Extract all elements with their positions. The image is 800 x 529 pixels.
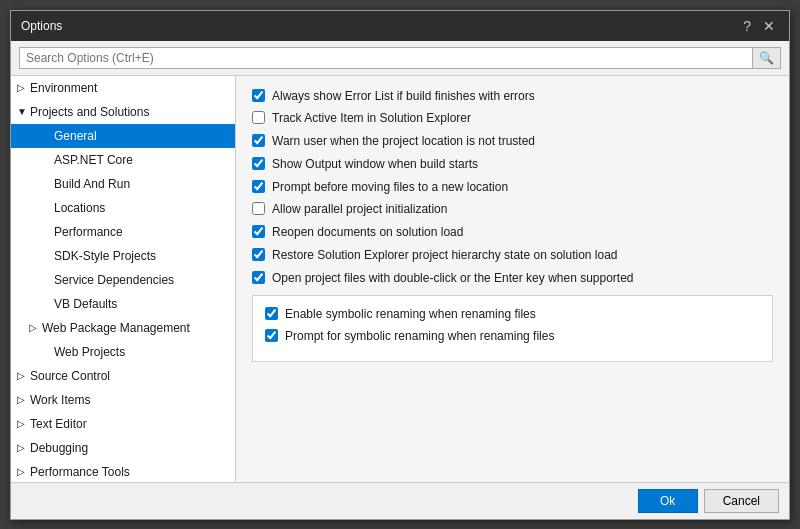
checkbox-enable-symbolic-renaming[interactable] [265,307,278,320]
checkbox-warn-untrusted[interactable] [252,134,265,147]
option-row-track-active-item: Track Active Item in Solution Explorer [252,110,773,127]
checkbox-prompt-symbolic-renaming[interactable] [265,329,278,342]
option-label-allow-parallel: Allow parallel project initialization [272,201,447,218]
sidebar-label-performance: Performance [54,223,123,241]
option-label-show-output-window: Show Output window when build starts [272,156,478,173]
sidebar-label-debugging: Debugging [30,439,88,457]
option-row-allow-parallel: Allow parallel project initialization [252,201,773,218]
sidebar-label-projects-and-solutions: Projects and Solutions [30,103,149,121]
symbolic-section: Enable symbolic renaming when renaming f… [252,295,773,363]
sidebar-label-vb-defaults: VB Defaults [54,295,117,313]
dialog-footer: Ok Cancel [11,482,789,519]
checkbox-always-show-error-list[interactable] [252,89,265,102]
sidebar-item-build-and-run[interactable]: Build And Run [11,172,235,196]
search-bar: 🔍 [11,41,789,76]
sidebar-item-projects-and-solutions[interactable]: ▼Projects and Solutions [11,100,235,124]
option-row-show-output-window: Show Output window when build starts [252,156,773,173]
sidebar-item-aspnet-core[interactable]: ASP.NET Core [11,148,235,172]
title-controls: ? ✕ [739,19,779,33]
option-label-enable-symbolic-renaming: Enable symbolic renaming when renaming f… [285,306,536,323]
option-row-prompt-moving-files: Prompt before moving files to a new loca… [252,179,773,196]
checkbox-track-active-item[interactable] [252,111,265,124]
search-button[interactable]: 🔍 [753,47,781,69]
options-dialog: Options ? ✕ 🔍 ▷Environment▼Projects and … [10,10,790,520]
sidebar-label-build-and-run: Build And Run [54,175,130,193]
ok-button[interactable]: Ok [638,489,698,513]
option-row-restore-solution-explorer: Restore Solution Explorer project hierar… [252,247,773,264]
option-label-reopen-documents: Reopen documents on solution load [272,224,463,241]
option-label-always-show-error-list: Always show Error List if build finishes… [272,88,535,105]
sidebar-label-source-control: Source Control [30,367,110,385]
sidebar-item-work-items[interactable]: ▷Work Items [11,388,235,412]
sidebar-item-environment[interactable]: ▷Environment [11,76,235,100]
option-row-open-project-files: Open project files with double-click or … [252,270,773,287]
checkbox-restore-solution-explorer[interactable] [252,248,265,261]
tree-arrow-source-control: ▷ [17,368,27,383]
sidebar-label-locations: Locations [54,199,105,217]
sidebar-item-source-control[interactable]: ▷Source Control [11,364,235,388]
sidebar-label-text-editor: Text Editor [30,415,87,433]
checkbox-show-output-window[interactable] [252,157,265,170]
main-panel: Always show Error List if build finishes… [236,76,789,482]
sidebar-item-performance[interactable]: Performance [11,220,235,244]
sidebar-label-web-projects: Web Projects [54,343,125,361]
search-input[interactable] [19,47,753,69]
sidebar-label-web-package-management: Web Package Management [42,319,190,337]
sidebar-label-general: General [54,127,97,145]
tree-arrow-projects-and-solutions: ▼ [17,104,27,119]
checkbox-open-project-files[interactable] [252,271,265,284]
sidebar-item-web-projects[interactable]: Web Projects [11,340,235,364]
option-label-prompt-symbolic-renaming: Prompt for symbolic renaming when renami… [285,328,554,345]
option-row-reopen-documents: Reopen documents on solution load [252,224,773,241]
sidebar: ▷Environment▼Projects and SolutionsGener… [11,76,236,482]
sidebar-item-general[interactable]: General [11,124,235,148]
sidebar-label-service-dependencies: Service Dependencies [54,271,174,289]
option-row-prompt-symbolic-renaming: Prompt for symbolic renaming when renami… [265,328,760,345]
sidebar-label-performance-tools: Performance Tools [30,463,130,481]
option-label-warn-untrusted: Warn user when the project location is n… [272,133,535,150]
cancel-button[interactable]: Cancel [704,489,779,513]
sidebar-label-aspnet-core: ASP.NET Core [54,151,133,169]
option-row-enable-symbolic-renaming: Enable symbolic renaming when renaming f… [265,306,760,323]
option-row-always-show-error-list: Always show Error List if build finishes… [252,88,773,105]
option-label-restore-solution-explorer: Restore Solution Explorer project hierar… [272,247,618,264]
sidebar-item-locations[interactable]: Locations [11,196,235,220]
checkbox-prompt-moving-files[interactable] [252,180,265,193]
option-label-prompt-moving-files: Prompt before moving files to a new loca… [272,179,508,196]
sidebar-label-environment: Environment [30,79,97,97]
tree-arrow-debugging: ▷ [17,440,27,455]
checkbox-allow-parallel[interactable] [252,202,265,215]
option-label-open-project-files: Open project files with double-click or … [272,270,634,287]
tree-arrow-performance-tools: ▷ [17,464,27,479]
sidebar-item-text-editor[interactable]: ▷Text Editor [11,412,235,436]
tree-arrow-web-package-management: ▷ [29,320,39,335]
sidebar-label-work-items: Work Items [30,391,90,409]
sidebar-item-performance-tools[interactable]: ▷Performance Tools [11,460,235,482]
close-button[interactable]: ✕ [759,19,779,33]
sidebar-item-sdk-style-projects[interactable]: SDK-Style Projects [11,244,235,268]
dialog-body: 🔍 ▷Environment▼Projects and SolutionsGen… [11,41,789,482]
option-label-track-active-item: Track Active Item in Solution Explorer [272,110,471,127]
sidebar-item-web-package-management[interactable]: ▷Web Package Management [11,316,235,340]
title-bar: Options ? ✕ [11,11,789,41]
sidebar-item-service-dependencies[interactable]: Service Dependencies [11,268,235,292]
tree-arrow-text-editor: ▷ [17,416,27,431]
tree-arrow-work-items: ▷ [17,392,27,407]
content-area: ▷Environment▼Projects and SolutionsGener… [11,76,789,482]
option-row-warn-untrusted: Warn user when the project location is n… [252,133,773,150]
help-button[interactable]: ? [739,19,755,33]
sidebar-item-debugging[interactable]: ▷Debugging [11,436,235,460]
checkbox-reopen-documents[interactable] [252,225,265,238]
dialog-title: Options [21,19,62,33]
sidebar-label-sdk-style-projects: SDK-Style Projects [54,247,156,265]
tree-arrow-environment: ▷ [17,80,27,95]
sidebar-item-vb-defaults[interactable]: VB Defaults [11,292,235,316]
